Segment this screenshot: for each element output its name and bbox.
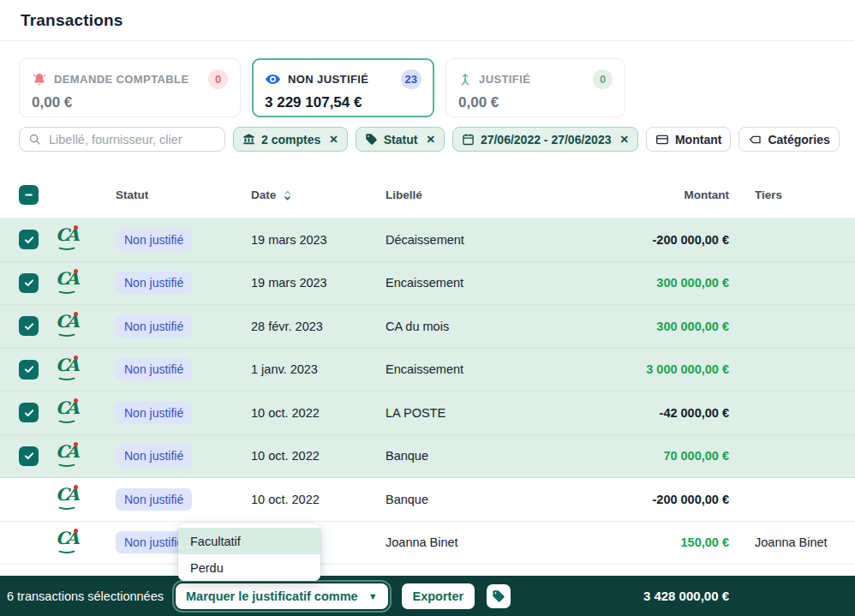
page-header: Transactions	[0, 0, 855, 41]
bank-icon	[242, 133, 255, 146]
tag-action-button[interactable]	[487, 584, 511, 608]
card-count-badge: 0	[208, 69, 228, 89]
bell-icon	[32, 72, 47, 87]
row-montant: -200 000,00 €	[634, 233, 729, 247]
check-icon	[23, 320, 35, 332]
filter-chip-statut[interactable]: Statut ✕	[356, 127, 445, 152]
bank-logo-text: CA	[56, 529, 75, 547]
row-montant: 150,00 €	[634, 535, 729, 549]
row-montant: -200 000,00 €	[634, 493, 729, 506]
tag-icon	[365, 133, 378, 146]
summary-card-non-justifie[interactable]: NON JUSTIFIÉ 23 3 229 107,54 €	[252, 58, 434, 117]
check-icon	[23, 407, 35, 419]
bank-logo-text: CA	[56, 313, 75, 330]
credit-agricole-logo-icon: CA	[55, 398, 81, 424]
filter-chip-categories[interactable]: Catégories	[738, 127, 839, 152]
remove-filter-icon[interactable]: ✕	[426, 133, 434, 146]
bank-logo-text: CA	[56, 443, 75, 460]
row-date: 10 oct. 2022	[251, 406, 386, 420]
row-checkbox[interactable]	[19, 403, 39, 422]
row-montant: 70 000,00 €	[634, 449, 729, 463]
row-montant: 300 000,00 €	[634, 320, 729, 333]
check-icon	[23, 363, 35, 375]
search-box[interactable]	[19, 127, 225, 152]
credit-agricole-logo-icon: CA	[55, 484, 81, 511]
remove-filter-icon[interactable]: ✕	[329, 133, 338, 146]
filters-row: 2 comptes ✕ Statut ✕ 27/06/2022 - 27/06/…	[0, 117, 855, 152]
bank-logo-text: CA	[56, 226, 75, 243]
credit-agricole-logo-icon: CA	[55, 224, 81, 251]
wallet-icon	[655, 133, 669, 147]
status-badge: Non justifié	[116, 272, 192, 294]
row-date: 19 mars 2023	[251, 276, 386, 290]
table-row[interactable]: CA Non justifié 19 mars 2023 Encaissemen…	[0, 262, 855, 306]
row-date: 1 janv. 2023	[251, 362, 386, 376]
row-montant: 3 000 000,00 €	[634, 362, 729, 376]
status-badge: Non justifié	[116, 488, 192, 511]
row-date: 10 oct. 2022	[251, 493, 386, 506]
summary-cards: DEMANDE COMPTABLE 0 0,00 € NON JUSTIFIÉ …	[0, 41, 855, 117]
row-checkbox[interactable]	[19, 446, 39, 466]
table-row[interactable]: CA Non justifié 10 oct. 2022 Banque -200…	[0, 478, 855, 522]
dropdown-item-facultatif[interactable]: Facultatif	[178, 528, 320, 554]
filter-chip-label: 2 comptes	[261, 133, 320, 147]
card-amount: 3 229 107,54 €	[265, 94, 422, 111]
table-row[interactable]: CA Non justifié 28 févr. 2023 CA du mois…	[0, 305, 855, 349]
row-checkbox[interactable]	[19, 230, 39, 249]
card-amount: 0,00 €	[458, 94, 613, 111]
row-libelle: Encaissement	[386, 276, 634, 290]
table-header: Statut Date Libellé Montant Tiers	[0, 172, 855, 218]
row-date: 10 oct. 2022	[251, 449, 386, 463]
row-date: 19 mars 2023	[251, 233, 386, 247]
summary-card-demande-comptable[interactable]: DEMANDE COMPTABLE 0 0,00 €	[19, 58, 241, 117]
table-row[interactable]: CA Non justifié 10 oct. 2022 Banque 70 0…	[0, 435, 855, 479]
mark-justificatif-label: Marquer le justificatif comme	[186, 589, 358, 603]
sort-icon[interactable]	[284, 189, 291, 201]
filter-chip-montant[interactable]: Montant	[646, 127, 731, 152]
card-label: DEMANDE COMPTABLE	[54, 73, 189, 86]
bank-logo-text: CA	[56, 356, 75, 374]
remove-filter-icon[interactable]: ✕	[619, 133, 628, 146]
filter-chip-comptes[interactable]: 2 comptes ✕	[233, 127, 348, 152]
credit-agricole-logo-icon: CA	[55, 528, 81, 554]
row-montant: 300 000,00 €	[634, 276, 729, 290]
row-checkbox[interactable]	[19, 316, 39, 336]
row-libelle: LA POSTE	[386, 406, 634, 420]
transactions-table-body: CA Non justifié 19 mars 2023 Décaissemen…	[0, 218, 855, 565]
status-badge: Non justifié	[116, 315, 192, 338]
selection-total-amount: 3 428 000,00 €	[643, 589, 729, 603]
selection-count-text: 6 transactions sélectionnées	[7, 589, 164, 603]
row-libelle: Banque	[386, 493, 634, 506]
filter-chip-dates[interactable]: 27/06/2022 - 27/06/2023 ✕	[452, 127, 638, 152]
export-button[interactable]: Exporter	[402, 583, 475, 609]
table-row[interactable]: CA Non justifié 1 janv. 2023 Encaissemen…	[0, 349, 855, 392]
column-header-statut: Statut	[116, 188, 251, 201]
column-header-date-label: Date	[251, 188, 276, 201]
dropdown-item-perdu[interactable]: Perdu	[178, 554, 320, 581]
search-icon	[28, 133, 41, 146]
search-input[interactable]	[47, 132, 216, 147]
bank-logo-text: CA	[56, 399, 75, 416]
table-row[interactable]: CA Non justifié 10 oct. 2022 LA POSTE -4…	[0, 392, 855, 435]
indeterminate-minus-icon	[23, 189, 34, 200]
row-checkbox[interactable]	[19, 273, 39, 293]
selection-action-bar: 6 transactions sélectionnées Marquer le …	[0, 576, 855, 616]
row-checkbox[interactable]	[19, 360, 39, 380]
mark-justificatif-button[interactable]: Marquer le justificatif comme ▼	[176, 583, 388, 609]
status-badge: Non justifié	[116, 358, 192, 380]
filter-chip-label: Montant	[675, 133, 721, 147]
bank-logo-text: CA	[56, 270, 75, 287]
check-icon	[23, 277, 35, 289]
credit-agricole-logo-icon: CA	[55, 268, 81, 295]
row-libelle: Décaissement	[386, 233, 634, 247]
category-icon	[748, 133, 762, 147]
page-title: Transactions	[21, 11, 123, 30]
table-row[interactable]: CA Non justifié Joanna Binet 150,00 € Jo…	[0, 522, 855, 565]
column-header-date[interactable]: Date	[251, 188, 386, 201]
table-row[interactable]: CA Non justifié 19 mars 2023 Décaissemen…	[0, 218, 855, 262]
filter-chip-label: 27/06/2022 - 27/06/2023	[481, 133, 612, 147]
card-label: JUSTIFIÉ	[479, 73, 530, 86]
status-badge: Non justifié	[116, 229, 192, 251]
select-all-checkbox[interactable]	[19, 185, 39, 205]
summary-card-justifie[interactable]: JUSTIFIÉ 0 0,00 €	[445, 58, 625, 117]
